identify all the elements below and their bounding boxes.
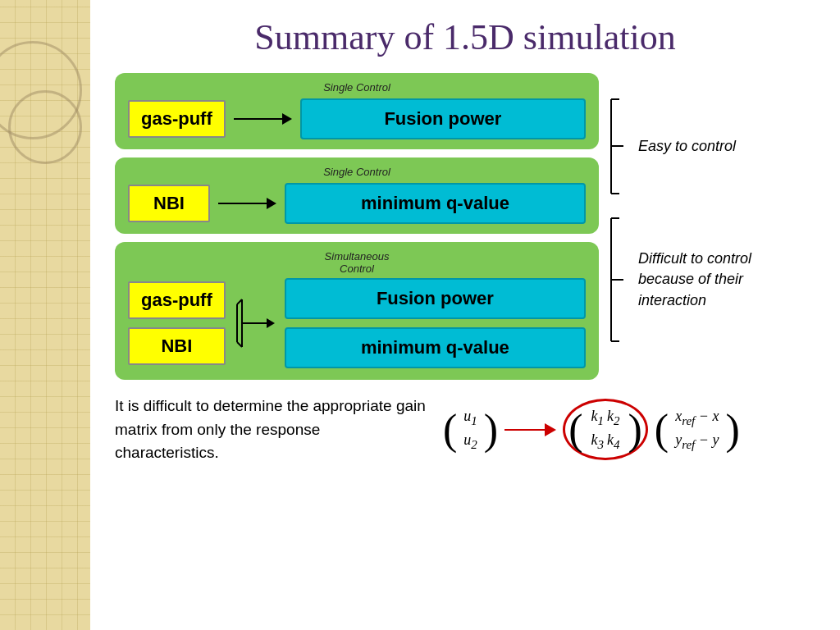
equation-area: ( u1 u2 ) ( k1 k2 k3 k4	[443, 399, 815, 460]
row2-arrow	[218, 198, 276, 209]
difficult-bracket-svg	[607, 210, 632, 349]
green-box-row1: Single Control gas-puff Fusion power	[115, 73, 599, 149]
svg-marker-5	[267, 318, 275, 328]
diagram-area: Single Control gas-puff Fusion power Sin…	[115, 73, 815, 380]
row1-input: gas-puff	[128, 100, 226, 138]
u1-cell: u1	[463, 408, 477, 428]
row2-arrow-line	[218, 198, 276, 209]
right-paren-k: )	[628, 409, 641, 451]
sim-arrow-svg	[231, 286, 280, 360]
vector-u: ( u1 u2 )	[443, 404, 498, 454]
right-paren-xref: )	[725, 409, 739, 451]
bottom-text: It is difficult to determine the appropr…	[115, 395, 427, 465]
matrix-k: ( k1 k2 k3 k4 )	[568, 404, 642, 454]
k3-cell: k3	[591, 431, 604, 452]
row3-input1: gas-puff	[128, 281, 226, 319]
left-paren-xref: (	[655, 409, 669, 451]
easy-bracket-svg	[607, 91, 632, 202]
bracket-easy: Easy to control	[607, 91, 751, 202]
row1-output: Fusion power	[300, 98, 586, 139]
vector-xref: ( xref − x yref − y )	[655, 404, 740, 454]
row2-content: NBI minimum q-value	[128, 183, 586, 224]
matrix-u-cells: u1 u2	[457, 404, 484, 454]
bottom-section: It is difficult to determine the appropr…	[115, 395, 815, 465]
page-title: Summary of 1.5D simulation	[115, 16, 815, 58]
main-content: Summary of 1.5D simulation Single Contro…	[90, 0, 840, 630]
green-box-row2: Single Control NBI minimum q-value	[115, 158, 599, 234]
row3-inputs: gas-puff NBI	[128, 281, 226, 365]
difficult-label: Difficult to control because of their in…	[638, 249, 751, 311]
row1-content: gas-puff Fusion power	[128, 98, 586, 139]
row3-inner: gas-puff NBI	[128, 278, 586, 368]
left-decorative-panel	[0, 0, 90, 630]
row2-label: Single Control	[128, 166, 586, 178]
row3-input2: NBI	[128, 327, 226, 365]
k1-cell: k1	[591, 408, 604, 428]
xref-x-cell: xref − x	[675, 408, 719, 428]
row3-outputs: Fusion power minimum q-value	[285, 278, 586, 368]
easy-label: Easy to control	[638, 138, 736, 155]
row3-output1: Fusion power	[285, 278, 586, 319]
green-box-row3: Simultaneous Control gas-puff NBI	[115, 242, 599, 380]
bracket-difficult: Difficult to control because of their in…	[607, 210, 751, 349]
boxes-column: Single Control gas-puff Fusion power Sin…	[115, 73, 599, 380]
yref-y-cell: yref − y	[675, 431, 719, 452]
sim-arrow	[231, 286, 280, 360]
red-arrow-container	[504, 423, 556, 436]
red-arrow	[504, 423, 556, 436]
k2-cell: k2	[607, 408, 620, 428]
left-paren-k: (	[568, 409, 582, 451]
row2-output: minimum q-value	[285, 183, 586, 224]
k4-cell: k4	[607, 431, 620, 452]
row3-output2: minimum q-value	[285, 327, 586, 368]
matrix-k-circled: ( k1 k2 k3 k4 )	[563, 399, 648, 460]
row1-label: Single Control	[128, 81, 586, 94]
row1-arrow	[234, 113, 292, 125]
row2-input: NBI	[128, 185, 210, 222]
u2-cell: u2	[463, 431, 477, 452]
row1-arrow-line	[234, 113, 292, 125]
matrix-k-cells: k1 k2 k3 k4	[582, 404, 628, 454]
row3-label: Simultaneous Control	[128, 250, 586, 275]
right-paren-u: )	[484, 409, 498, 451]
circle-decoration-2	[8, 90, 82, 164]
left-paren-u: (	[443, 409, 457, 451]
matrix-xref-cells: xref − x yref − y	[669, 404, 725, 454]
annotation-area: Easy to control Difficult to control bec…	[607, 73, 751, 349]
